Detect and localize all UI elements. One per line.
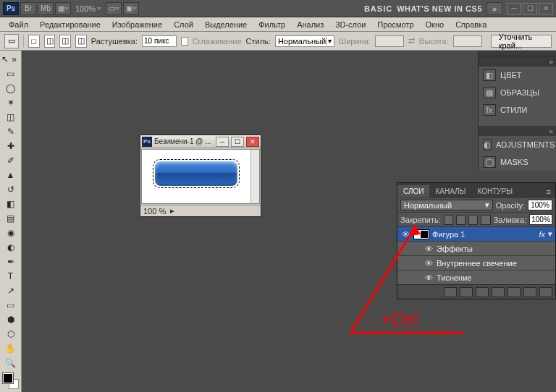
menu-window[interactable]: Окно bbox=[420, 20, 450, 29]
type-tool[interactable]: T bbox=[1, 269, 20, 284]
3d-tool[interactable]: ⬢ bbox=[1, 312, 20, 327]
menu-file[interactable]: Файл bbox=[3, 20, 34, 29]
workspace-whatsnew[interactable]: WHAT'S NEW IN CS5 bbox=[397, 4, 482, 13]
tab-channels[interactable]: КАНАЛЫ bbox=[429, 185, 471, 197]
menu-3d[interactable]: 3D-слои bbox=[329, 20, 371, 29]
lock-pixels[interactable] bbox=[456, 215, 466, 225]
doc-close[interactable]: ✕ bbox=[246, 137, 259, 147]
workspace-more[interactable]: » bbox=[486, 2, 502, 15]
color-swatches[interactable] bbox=[3, 373, 19, 389]
selection-new[interactable]: □ bbox=[28, 35, 40, 48]
document-titlebar[interactable]: Ps Безимени-1 @ ... ─ ☐ ✕ bbox=[140, 135, 261, 148]
menu-image[interactable]: Изображение bbox=[106, 20, 168, 29]
layer-style[interactable] bbox=[460, 287, 473, 297]
clone-tool[interactable]: ▲ bbox=[1, 168, 20, 182]
minibridge-button[interactable]: Mb bbox=[38, 2, 54, 15]
doc-minimize[interactable]: ─ bbox=[216, 137, 229, 147]
lock-all[interactable] bbox=[481, 215, 490, 225]
panel-masks[interactable]: ◯MASKS bbox=[479, 153, 556, 171]
visibility-icon[interactable]: 👁 bbox=[400, 229, 410, 239]
menu-layer[interactable]: Слой bbox=[168, 20, 199, 29]
lasso-tool[interactable]: ◯ bbox=[1, 81, 20, 95]
lock-position[interactable] bbox=[468, 215, 478, 225]
dodge-tool[interactable]: ◐ bbox=[1, 240, 20, 255]
refine-edge-button[interactable]: Уточнить край... bbox=[491, 35, 552, 48]
menu-filter[interactable]: Фильтр bbox=[253, 20, 291, 29]
panel-swatches[interactable]: ▦ОБРАЗЦЫ bbox=[479, 84, 556, 101]
style-select[interactable]: Нормальный▾ bbox=[275, 35, 334, 47]
fx-toggle[interactable]: ▾ bbox=[548, 229, 552, 239]
antialias-checkbox[interactable] bbox=[181, 37, 188, 46]
layer-name[interactable]: Фигура 1 bbox=[432, 230, 465, 239]
crop-tool[interactable]: ◫ bbox=[1, 110, 20, 124]
visibility-icon[interactable]: 👁 bbox=[424, 273, 434, 283]
layer-row[interactable]: 👁 Фигура 1 fx ▾ bbox=[397, 226, 555, 241]
blur-tool[interactable]: ◉ bbox=[1, 226, 20, 240]
panel-styles[interactable]: fxСТИЛИ bbox=[479, 101, 556, 119]
window-minimize[interactable]: ─ bbox=[507, 3, 521, 14]
window-maximize[interactable]: ☐ bbox=[523, 3, 537, 14]
fill-input[interactable]: 100% bbox=[529, 214, 552, 225]
screenmode-button[interactable]: ▣ bbox=[123, 2, 139, 15]
effect-row[interactable]: 👁 Эффекты bbox=[397, 241, 555, 255]
dock-grip[interactable] bbox=[479, 51, 556, 56]
link-layers[interactable] bbox=[444, 287, 457, 297]
dock-expand[interactable]: » bbox=[479, 56, 556, 67]
viewextras-button[interactable]: ▦ bbox=[55, 2, 71, 15]
effect-row[interactable]: 👁 Внутреннее свечение bbox=[397, 255, 555, 270]
workspace-basic[interactable]: BASIC bbox=[364, 4, 392, 13]
lock-transparency[interactable] bbox=[444, 215, 453, 225]
menu-view[interactable]: Просмотр bbox=[371, 20, 419, 29]
doc-zoom[interactable]: 100 % bbox=[143, 207, 166, 216]
path-tool[interactable]: ↗ bbox=[1, 284, 20, 298]
panel-adjustments[interactable]: ◐ADJUSTMENTS bbox=[479, 136, 556, 153]
panel-color[interactable]: ◧ЦВЕТ bbox=[479, 67, 556, 84]
new-layer[interactable] bbox=[523, 287, 536, 297]
magicwand-tool[interactable]: ✶ bbox=[1, 95, 20, 110]
opacity-input[interactable]: 100% bbox=[528, 200, 552, 210]
pen-tool[interactable]: ✒ bbox=[1, 255, 20, 269]
layer-thumbnail[interactable] bbox=[413, 229, 429, 239]
menu-select[interactable]: Выделение bbox=[199, 20, 253, 29]
visibility-icon[interactable]: 👁 bbox=[424, 258, 434, 268]
healing-tool[interactable]: ✚ bbox=[1, 139, 20, 153]
layer-group[interactable] bbox=[507, 287, 521, 297]
tab-layers[interactable]: СЛОИ bbox=[397, 185, 429, 197]
bridge-button[interactable]: Br bbox=[20, 2, 36, 15]
toolbox-collapse[interactable]: » bbox=[9, 52, 19, 67]
current-tool-icon[interactable]: ▭ bbox=[4, 34, 19, 48]
eraser-tool[interactable]: ◧ bbox=[1, 197, 20, 211]
selection-add[interactable]: ◫ bbox=[44, 35, 56, 48]
marquee-tool[interactable]: ▭ bbox=[1, 67, 20, 81]
vertical-scrollbar[interactable] bbox=[250, 150, 259, 203]
arrange-button[interactable]: ▭ bbox=[106, 2, 122, 15]
window-close[interactable]: ✕ bbox=[539, 3, 553, 14]
adjustment-layer[interactable] bbox=[492, 287, 505, 297]
selection-sub[interactable]: ◫ bbox=[59, 35, 71, 48]
ps-logo[interactable]: Ps bbox=[3, 2, 19, 15]
menu-edit[interactable]: Редактирование bbox=[34, 20, 106, 29]
doc-info-icon[interactable]: ▸ bbox=[170, 206, 174, 216]
gradient-tool[interactable]: ▤ bbox=[1, 211, 20, 226]
quickmask-tool[interactable]: ◙ bbox=[1, 389, 20, 392]
fx-indicator[interactable]: fx bbox=[539, 230, 545, 239]
effect-row[interactable]: 👁 Тиснение bbox=[397, 270, 555, 284]
layer-mask[interactable] bbox=[476, 287, 489, 297]
brush-tool[interactable]: ✐ bbox=[1, 153, 20, 168]
document-canvas[interactable] bbox=[141, 149, 260, 204]
doc-maximize[interactable]: ☐ bbox=[231, 137, 244, 147]
zoom-select[interactable]: 100% bbox=[72, 4, 104, 13]
3dcam-tool[interactable]: ⬡ bbox=[1, 327, 20, 341]
shape-tool[interactable]: ▭ bbox=[1, 298, 20, 312]
blend-mode-select[interactable]: Нормальный▾ bbox=[400, 200, 493, 210]
visibility-icon[interactable]: 👁 bbox=[424, 244, 434, 254]
eyedropper-tool[interactable]: ✎ bbox=[1, 124, 20, 139]
feather-input[interactable] bbox=[142, 35, 177, 47]
menu-analysis[interactable]: Анализ bbox=[291, 20, 329, 29]
hand-tool[interactable]: ✋ bbox=[1, 341, 20, 356]
move-tool[interactable]: ↖ bbox=[0, 52, 9, 67]
foreground-color[interactable] bbox=[3, 373, 13, 383]
zoom-tool[interactable]: 🔍 bbox=[1, 356, 20, 370]
selection-intersect[interactable]: ◫ bbox=[75, 35, 87, 48]
panel-menu[interactable]: ≡ bbox=[542, 186, 555, 197]
